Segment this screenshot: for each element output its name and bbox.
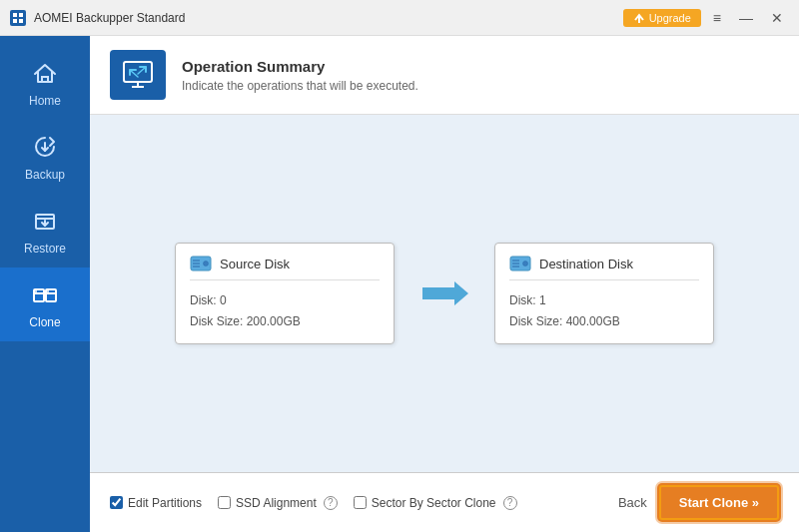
sidebar-item-clone[interactable]: Clone: [0, 267, 90, 341]
destination-disk-header: Destination Disk: [509, 256, 699, 280]
upgrade-button[interactable]: Upgrade: [623, 9, 701, 27]
operation-summary-subtitle: Indicate the operations that will be exe…: [182, 79, 418, 93]
sidebar-item-home[interactable]: Home: [0, 46, 90, 120]
ssd-alignment-option[interactable]: SSD Alignment ?: [218, 496, 338, 510]
clone-arrow-icon: [414, 275, 474, 311]
ssd-alignment-checkbox[interactable]: [218, 496, 231, 509]
title-bar: AOMEI Backupper Standard Upgrade ≡ — ✕: [0, 0, 799, 36]
svg-point-30: [523, 262, 528, 266]
operation-summary-text: Operation Summary Indicate the operation…: [182, 58, 418, 93]
app-icon: [10, 10, 26, 26]
svg-point-17: [47, 290, 49, 292]
clone-icon: [29, 279, 61, 311]
svg-rect-1: [19, 13, 23, 17]
svg-rect-2: [13, 19, 17, 23]
backup-icon: [29, 132, 61, 164]
destination-disk-number: Disk: 1: [509, 290, 699, 310]
sidebar-home-label: Home: [29, 94, 61, 108]
svg-rect-5: [42, 77, 48, 82]
edit-partitions-checkbox[interactable]: [110, 496, 123, 509]
edit-partitions-label: Edit Partitions: [128, 496, 202, 510]
title-bar-right: Upgrade ≡ — ✕: [623, 8, 789, 28]
menu-button[interactable]: ≡: [707, 8, 727, 28]
source-disk-info: Disk: 0 Disk Size: 200.00GB: [190, 290, 380, 331]
app-title: AOMEI Backupper Standard: [34, 11, 185, 25]
sector-by-sector-label: Sector By Sector Clone: [372, 496, 496, 510]
sector-by-sector-checkbox[interactable]: [354, 496, 367, 509]
source-disk-icon: [190, 256, 212, 271]
bottom-actions: Back Start Clone »: [618, 485, 779, 520]
title-bar-left: AOMEI Backupper Standard: [10, 10, 185, 26]
svg-marker-28: [422, 281, 468, 305]
restore-icon: [29, 206, 61, 238]
sidebar: Home Backup: [0, 36, 90, 532]
sidebar-backup-label: Backup: [25, 168, 65, 182]
arrow-container: [395, 275, 494, 311]
operation-icon: [110, 50, 166, 100]
svg-rect-3: [19, 19, 23, 23]
bottom-bar: Edit Partitions SSD Alignment ? Sector B…: [90, 472, 799, 532]
destination-disk-title: Destination Disk: [539, 257, 633, 271]
destination-disk-size: Disk Size: 400.00GB: [509, 311, 699, 331]
svg-point-16: [35, 290, 37, 292]
svg-rect-0: [13, 13, 17, 17]
source-disk-card: Source Disk Disk: 0 Disk Size: 200.00GB: [175, 243, 395, 344]
clone-area: Source Disk Disk: 0 Disk Size: 200.00GB: [90, 115, 799, 472]
ssd-alignment-help-icon[interactable]: ?: [324, 496, 338, 510]
sidebar-restore-label: Restore: [24, 242, 66, 256]
sector-by-sector-help-icon[interactable]: ?: [503, 496, 517, 510]
main-layout: Home Backup: [0, 36, 799, 532]
sector-by-sector-option[interactable]: Sector By Sector Clone ?: [354, 496, 517, 510]
destination-disk-icon: [509, 256, 531, 271]
source-disk-number: Disk: 0: [190, 290, 380, 310]
svg-line-22: [138, 67, 146, 74]
sidebar-clone-label: Clone: [29, 315, 60, 329]
back-button[interactable]: Back: [618, 495, 647, 510]
content-area: Operation Summary Indicate the operation…: [90, 36, 799, 532]
sidebar-item-backup[interactable]: Backup: [0, 120, 90, 194]
operation-summary-title: Operation Summary: [182, 58, 418, 75]
svg-rect-18: [124, 62, 152, 82]
minimize-button[interactable]: —: [733, 8, 759, 28]
svg-line-21: [130, 70, 138, 77]
source-disk-size: Disk Size: 200.00GB: [190, 311, 380, 331]
source-disk-title: Source Disk: [220, 257, 290, 271]
sidebar-item-restore[interactable]: Restore: [0, 194, 90, 267]
bottom-options: Edit Partitions SSD Alignment ? Sector B…: [110, 496, 517, 510]
home-icon: [29, 58, 61, 90]
source-disk-header: Source Disk: [190, 256, 380, 280]
operation-summary-header: Operation Summary Indicate the operation…: [90, 36, 799, 115]
ssd-alignment-label: SSD Alignment: [236, 496, 317, 510]
start-clone-button[interactable]: Start Clone »: [659, 485, 779, 520]
destination-disk-card: Destination Disk Disk: 1 Disk Size: 400.…: [494, 243, 714, 344]
close-button[interactable]: ✕: [765, 8, 789, 28]
svg-point-24: [204, 262, 209, 266]
destination-disk-info: Disk: 1 Disk Size: 400.00GB: [509, 290, 699, 331]
edit-partitions-option[interactable]: Edit Partitions: [110, 496, 202, 510]
